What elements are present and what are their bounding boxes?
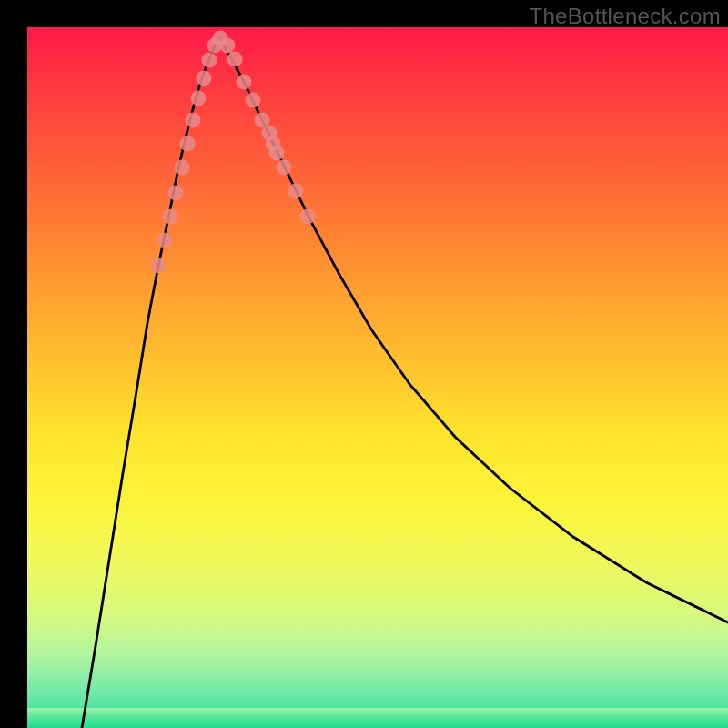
marker-dot [197, 71, 212, 86]
series-group [82, 38, 728, 728]
marker-dot [157, 233, 173, 248]
marker-dot [277, 160, 292, 176]
marker-dot [300, 209, 316, 225]
marker-dot [191, 91, 207, 106]
marker-dot [163, 209, 178, 225]
marker-dot [180, 136, 196, 152]
series-left-arm [82, 38, 218, 728]
marker-dot [168, 186, 184, 201]
plot-area [27, 27, 728, 728]
chart-frame: TheBottleneck.com [0, 0, 728, 728]
marker-dot [246, 93, 261, 108]
curve-layer [27, 27, 728, 728]
marker-dot [151, 258, 167, 274]
marker-dot [220, 38, 236, 54]
marker-dot [288, 184, 304, 199]
series-right-arm [218, 38, 728, 622]
marker-dot [269, 146, 285, 161]
marker-dot [175, 160, 190, 176]
marker-dot [262, 126, 278, 141]
marker-dot [228, 52, 243, 67]
marker-dot [237, 75, 252, 90]
watermark-text: TheBottleneck.com [529, 4, 721, 29]
marker-dot [202, 53, 217, 68]
marker-group [151, 31, 316, 274]
marker-dot [186, 113, 201, 128]
